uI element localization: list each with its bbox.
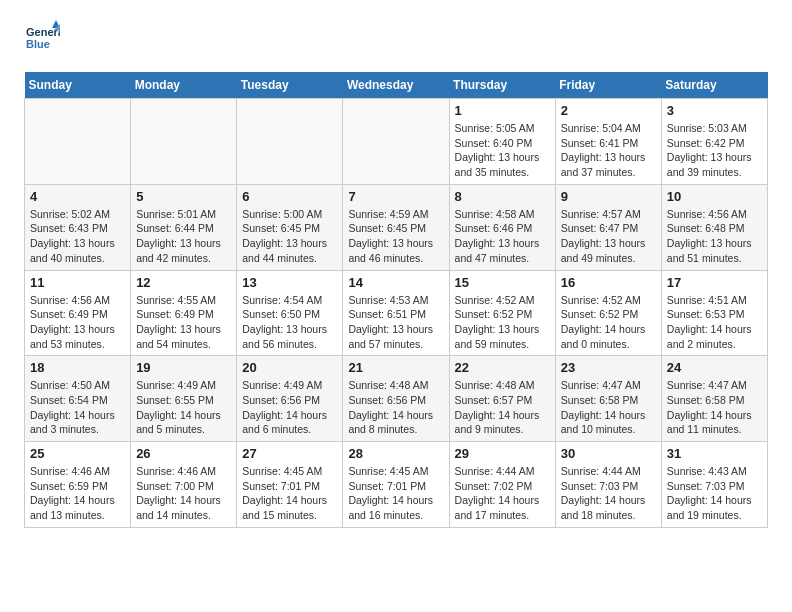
day-info: Sunrise: 4:50 AMSunset: 6:54 PMDaylight:… <box>30 378 125 437</box>
day-number: 20 <box>242 360 337 375</box>
day-number: 3 <box>667 103 762 118</box>
day-cell: 3Sunrise: 5:03 AMSunset: 6:42 PMDaylight… <box>661 99 767 185</box>
day-cell: 14Sunrise: 4:53 AMSunset: 6:51 PMDayligh… <box>343 270 449 356</box>
day-info: Sunrise: 5:04 AMSunset: 6:41 PMDaylight:… <box>561 121 656 180</box>
day-cell: 19Sunrise: 4:49 AMSunset: 6:55 PMDayligh… <box>131 356 237 442</box>
day-number: 22 <box>455 360 550 375</box>
day-number: 14 <box>348 275 443 290</box>
day-cell: 5Sunrise: 5:01 AMSunset: 6:44 PMDaylight… <box>131 184 237 270</box>
header: General Blue <box>24 20 768 56</box>
day-number: 4 <box>30 189 125 204</box>
day-number: 19 <box>136 360 231 375</box>
day-number: 12 <box>136 275 231 290</box>
day-cell: 8Sunrise: 4:58 AMSunset: 6:46 PMDaylight… <box>449 184 555 270</box>
day-info: Sunrise: 4:48 AMSunset: 6:57 PMDaylight:… <box>455 378 550 437</box>
day-cell: 22Sunrise: 4:48 AMSunset: 6:57 PMDayligh… <box>449 356 555 442</box>
day-number: 1 <box>455 103 550 118</box>
day-cell: 30Sunrise: 4:44 AMSunset: 7:03 PMDayligh… <box>555 442 661 528</box>
day-info: Sunrise: 4:49 AMSunset: 6:56 PMDaylight:… <box>242 378 337 437</box>
day-info: Sunrise: 4:57 AMSunset: 6:47 PMDaylight:… <box>561 207 656 266</box>
day-info: Sunrise: 5:02 AMSunset: 6:43 PMDaylight:… <box>30 207 125 266</box>
logo-icon: General Blue <box>24 20 60 56</box>
day-info: Sunrise: 5:01 AMSunset: 6:44 PMDaylight:… <box>136 207 231 266</box>
day-info: Sunrise: 4:43 AMSunset: 7:03 PMDaylight:… <box>667 464 762 523</box>
day-cell: 6Sunrise: 5:00 AMSunset: 6:45 PMDaylight… <box>237 184 343 270</box>
day-cell: 21Sunrise: 4:48 AMSunset: 6:56 PMDayligh… <box>343 356 449 442</box>
calendar-table: SundayMondayTuesdayWednesdayThursdayFrid… <box>24 72 768 528</box>
day-cell: 20Sunrise: 4:49 AMSunset: 6:56 PMDayligh… <box>237 356 343 442</box>
day-cell: 15Sunrise: 4:52 AMSunset: 6:52 PMDayligh… <box>449 270 555 356</box>
header-row: SundayMondayTuesdayWednesdayThursdayFrid… <box>25 72 768 99</box>
day-number: 26 <box>136 446 231 461</box>
day-info: Sunrise: 4:44 AMSunset: 7:02 PMDaylight:… <box>455 464 550 523</box>
day-number: 10 <box>667 189 762 204</box>
day-number: 6 <box>242 189 337 204</box>
week-row-5: 25Sunrise: 4:46 AMSunset: 6:59 PMDayligh… <box>25 442 768 528</box>
day-info: Sunrise: 4:45 AMSunset: 7:01 PMDaylight:… <box>348 464 443 523</box>
day-info: Sunrise: 4:59 AMSunset: 6:45 PMDaylight:… <box>348 207 443 266</box>
day-cell: 28Sunrise: 4:45 AMSunset: 7:01 PMDayligh… <box>343 442 449 528</box>
col-header-tuesday: Tuesday <box>237 72 343 99</box>
week-row-1: 1Sunrise: 5:05 AMSunset: 6:40 PMDaylight… <box>25 99 768 185</box>
col-header-sunday: Sunday <box>25 72 131 99</box>
day-number: 7 <box>348 189 443 204</box>
day-info: Sunrise: 4:53 AMSunset: 6:51 PMDaylight:… <box>348 293 443 352</box>
day-cell <box>131 99 237 185</box>
logo: General Blue <box>24 20 66 56</box>
day-number: 5 <box>136 189 231 204</box>
day-cell: 18Sunrise: 4:50 AMSunset: 6:54 PMDayligh… <box>25 356 131 442</box>
day-info: Sunrise: 4:58 AMSunset: 6:46 PMDaylight:… <box>455 207 550 266</box>
col-header-saturday: Saturday <box>661 72 767 99</box>
day-number: 8 <box>455 189 550 204</box>
day-number: 17 <box>667 275 762 290</box>
col-header-friday: Friday <box>555 72 661 99</box>
day-number: 25 <box>30 446 125 461</box>
day-number: 16 <box>561 275 656 290</box>
day-number: 29 <box>455 446 550 461</box>
day-number: 28 <box>348 446 443 461</box>
day-number: 13 <box>242 275 337 290</box>
day-number: 30 <box>561 446 656 461</box>
day-number: 9 <box>561 189 656 204</box>
day-number: 24 <box>667 360 762 375</box>
day-cell <box>25 99 131 185</box>
day-cell: 29Sunrise: 4:44 AMSunset: 7:02 PMDayligh… <box>449 442 555 528</box>
day-number: 15 <box>455 275 550 290</box>
week-row-4: 18Sunrise: 4:50 AMSunset: 6:54 PMDayligh… <box>25 356 768 442</box>
day-number: 11 <box>30 275 125 290</box>
day-cell: 12Sunrise: 4:55 AMSunset: 6:49 PMDayligh… <box>131 270 237 356</box>
day-info: Sunrise: 4:46 AMSunset: 6:59 PMDaylight:… <box>30 464 125 523</box>
week-row-3: 11Sunrise: 4:56 AMSunset: 6:49 PMDayligh… <box>25 270 768 356</box>
day-number: 2 <box>561 103 656 118</box>
day-cell: 1Sunrise: 5:05 AMSunset: 6:40 PMDaylight… <box>449 99 555 185</box>
day-number: 18 <box>30 360 125 375</box>
day-info: Sunrise: 4:49 AMSunset: 6:55 PMDaylight:… <box>136 378 231 437</box>
day-info: Sunrise: 5:05 AMSunset: 6:40 PMDaylight:… <box>455 121 550 180</box>
day-cell: 7Sunrise: 4:59 AMSunset: 6:45 PMDaylight… <box>343 184 449 270</box>
col-header-wednesday: Wednesday <box>343 72 449 99</box>
day-number: 21 <box>348 360 443 375</box>
day-cell: 24Sunrise: 4:47 AMSunset: 6:58 PMDayligh… <box>661 356 767 442</box>
svg-text:Blue: Blue <box>26 38 50 50</box>
day-cell: 4Sunrise: 5:02 AMSunset: 6:43 PMDaylight… <box>25 184 131 270</box>
day-number: 31 <box>667 446 762 461</box>
day-info: Sunrise: 4:54 AMSunset: 6:50 PMDaylight:… <box>242 293 337 352</box>
day-cell: 11Sunrise: 4:56 AMSunset: 6:49 PMDayligh… <box>25 270 131 356</box>
day-cell: 16Sunrise: 4:52 AMSunset: 6:52 PMDayligh… <box>555 270 661 356</box>
day-info: Sunrise: 4:51 AMSunset: 6:53 PMDaylight:… <box>667 293 762 352</box>
day-info: Sunrise: 4:56 AMSunset: 6:49 PMDaylight:… <box>30 293 125 352</box>
day-cell: 9Sunrise: 4:57 AMSunset: 6:47 PMDaylight… <box>555 184 661 270</box>
day-info: Sunrise: 4:47 AMSunset: 6:58 PMDaylight:… <box>667 378 762 437</box>
day-info: Sunrise: 4:46 AMSunset: 7:00 PMDaylight:… <box>136 464 231 523</box>
day-info: Sunrise: 4:52 AMSunset: 6:52 PMDaylight:… <box>455 293 550 352</box>
day-cell: 26Sunrise: 4:46 AMSunset: 7:00 PMDayligh… <box>131 442 237 528</box>
day-number: 23 <box>561 360 656 375</box>
day-cell: 31Sunrise: 4:43 AMSunset: 7:03 PMDayligh… <box>661 442 767 528</box>
week-row-2: 4Sunrise: 5:02 AMSunset: 6:43 PMDaylight… <box>25 184 768 270</box>
day-info: Sunrise: 4:47 AMSunset: 6:58 PMDaylight:… <box>561 378 656 437</box>
day-cell: 13Sunrise: 4:54 AMSunset: 6:50 PMDayligh… <box>237 270 343 356</box>
day-info: Sunrise: 5:03 AMSunset: 6:42 PMDaylight:… <box>667 121 762 180</box>
day-info: Sunrise: 4:44 AMSunset: 7:03 PMDaylight:… <box>561 464 656 523</box>
day-number: 27 <box>242 446 337 461</box>
day-info: Sunrise: 4:55 AMSunset: 6:49 PMDaylight:… <box>136 293 231 352</box>
